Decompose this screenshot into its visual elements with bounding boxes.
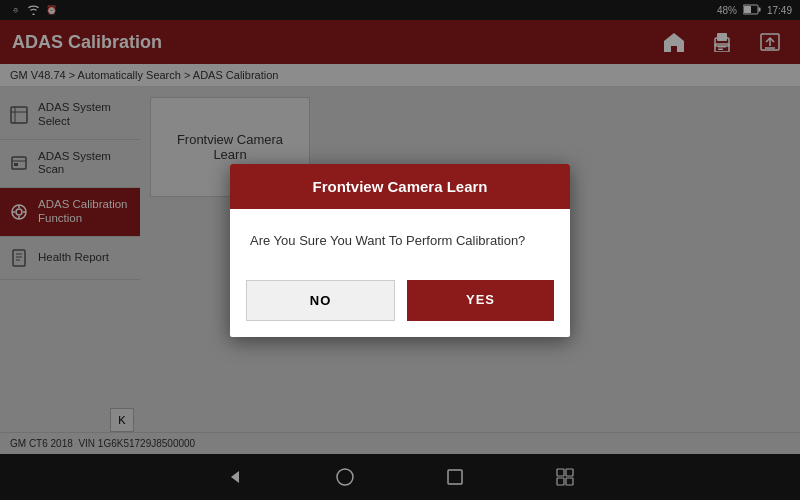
modal-body: Are You Sure You Want To Perform Calibra… (230, 209, 570, 268)
yes-button[interactable]: YES (407, 280, 554, 321)
confirmation-modal: Frontview Camera Learn Are You Sure You … (230, 164, 570, 337)
no-button[interactable]: NO (246, 280, 395, 321)
modal-header: Frontview Camera Learn (230, 164, 570, 209)
modal-message: Are You Sure You Want To Perform Calibra… (250, 233, 525, 248)
modal-title: Frontview Camera Learn (312, 178, 487, 195)
modal-actions: NO YES (230, 268, 570, 337)
modal-overlay: Frontview Camera Learn Are You Sure You … (0, 0, 800, 500)
